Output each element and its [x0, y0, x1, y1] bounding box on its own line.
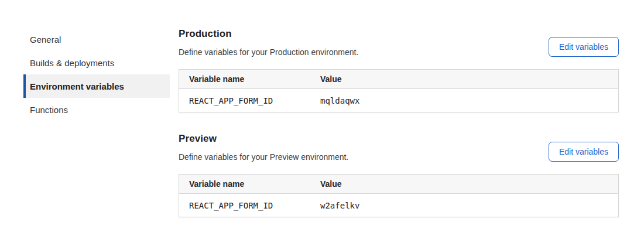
- column-header-value: Value: [310, 70, 618, 89]
- sidebar-item-environment-variables[interactable]: Environment variables: [23, 74, 170, 98]
- preview-section: Preview Define variables for your Previe…: [179, 133, 619, 217]
- table-row: REACT_APP_FORM_ID mqldaqwx: [179, 89, 618, 112]
- sidebar-item-functions[interactable]: Functions: [23, 98, 170, 121]
- production-edit-variables-button[interactable]: Edit variables: [549, 37, 619, 57]
- sidebar-item-builds-deployments[interactable]: Builds & deployments: [23, 51, 170, 74]
- variable-name-cell: REACT_APP_FORM_ID: [179, 89, 310, 112]
- column-header-variable-name: Variable name: [179, 70, 310, 89]
- production-section: Production Define variables for your Pro…: [179, 28, 619, 112]
- table-header-row: Variable name Value: [179, 175, 618, 194]
- preview-variables-table: Variable name Value REACT_APP_FORM_ID w2…: [179, 174, 619, 217]
- variable-value-cell: mqldaqwx: [310, 89, 618, 112]
- table-row: REACT_APP_FORM_ID w2afelkv: [179, 194, 618, 217]
- column-header-variable-name: Variable name: [179, 175, 310, 194]
- preview-edit-variables-button[interactable]: Edit variables: [549, 142, 619, 162]
- settings-page: General Builds & deployments Environment…: [0, 0, 644, 246]
- column-header-value: Value: [310, 175, 618, 194]
- settings-sidebar: General Builds & deployments Environment…: [0, 28, 170, 121]
- sidebar-item-general[interactable]: General: [23, 28, 170, 51]
- table-header-row: Variable name Value: [179, 70, 618, 89]
- variable-value-cell: w2afelkv: [310, 194, 618, 217]
- production-variables-table: Variable name Value REACT_APP_FORM_ID mq…: [179, 69, 619, 112]
- variable-name-cell: REACT_APP_FORM_ID: [179, 194, 310, 217]
